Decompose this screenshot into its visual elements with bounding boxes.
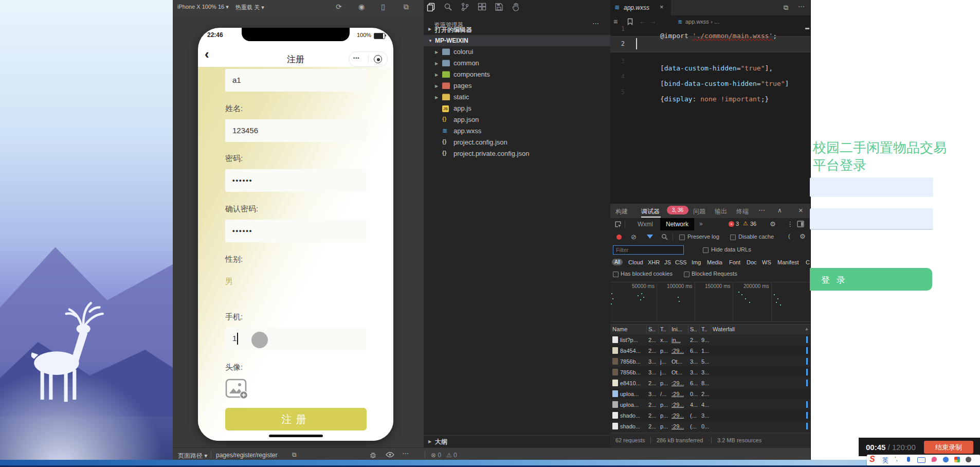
network-row[interactable]: uploa... 2... p... :29... 4... 4... xyxy=(610,399,810,410)
col-initiator[interactable]: Ini... xyxy=(672,326,682,332)
filter-input[interactable] xyxy=(613,245,684,255)
network-row[interactable]: shado... 2... p... :29... (... 0... xyxy=(610,421,810,432)
has-blocked-cookies-checkbox[interactable] xyxy=(613,272,619,277)
more-tabs-icon[interactable]: » xyxy=(699,220,703,227)
login-username-input[interactable] xyxy=(810,177,933,197)
robot-icon[interactable] xyxy=(943,457,949,462)
name-input[interactable]: 123456 xyxy=(225,119,367,142)
blocked-requests-checkbox[interactable] xyxy=(684,272,689,277)
skin-icon[interactable] xyxy=(932,457,937,462)
tree-item-components[interactable]: ▶ components xyxy=(424,69,610,80)
lang-mode-icon[interactable]: 英 xyxy=(882,456,888,465)
account-input[interactable]: a1 xyxy=(225,69,367,92)
request-initiator[interactable]: :29... xyxy=(672,412,684,419)
mic-icon[interactable] xyxy=(907,457,910,462)
login-button[interactable]: 登 录 xyxy=(810,268,932,291)
sort-up-icon[interactable]: ▲ xyxy=(805,327,809,331)
confirm-password-input[interactable]: •••••• xyxy=(225,220,367,242)
tab-app-wxss[interactable]: ≋ app.wxss × xyxy=(610,0,671,15)
tab-wxml[interactable]: Wxml xyxy=(638,221,653,228)
filter-funnel-icon[interactable] xyxy=(647,235,653,239)
split-editor-icon[interactable]: ⧉ xyxy=(784,4,788,12)
password-input[interactable]: •••••• xyxy=(225,169,367,192)
warning-count[interactable]: ⚠ 0 xyxy=(446,452,457,459)
compile-icon[interactable]: ◉ xyxy=(358,3,365,11)
panel-more-icon[interactable]: ⋯ xyxy=(758,206,765,214)
dock-layout-icon[interactable] xyxy=(797,221,804,227)
chip-xhr[interactable]: XHR xyxy=(648,259,660,265)
col-status[interactable]: S.. xyxy=(648,326,655,332)
editor-more-icon[interactable]: ⋯ xyxy=(798,3,805,10)
request-initiator[interactable]: in... xyxy=(672,337,681,343)
chip-css[interactable]: CSS xyxy=(675,259,687,265)
chip-ws[interactable]: WS xyxy=(762,259,771,265)
record-icon[interactable] xyxy=(616,235,622,240)
inspect-icon[interactable] xyxy=(614,221,622,228)
apps-grid-icon[interactable] xyxy=(954,457,960,462)
mobile-input[interactable]: 1 xyxy=(225,328,367,350)
more-icon[interactable]: ⋯ xyxy=(402,450,409,457)
network-row[interactable]: e8410... 2... p... :29... 6... 8... xyxy=(610,378,810,388)
throttling-select[interactable]: ( xyxy=(788,233,790,239)
network-row[interactable]: 7856b... 3... j... Ot... 3... 5... xyxy=(610,356,810,367)
chip-all[interactable]: All xyxy=(612,259,623,265)
tree-item-app-json[interactable]: {} app.json xyxy=(424,114,610,125)
git-branch-icon[interactable] xyxy=(461,3,469,11)
page-path-value[interactable]: pages/register/register xyxy=(216,452,277,459)
gender-picker[interactable]: 男 xyxy=(225,277,233,286)
request-initiator[interactable]: Ot... xyxy=(672,358,682,365)
network-row[interactable]: shado... 2... p... :29... (... 3... xyxy=(610,410,810,421)
copy-icon[interactable]: ⧉ xyxy=(292,451,297,458)
clear-icon[interactable]: ⊘ xyxy=(631,233,637,241)
request-initiator[interactable]: :29... xyxy=(672,348,684,354)
sogou-logo-icon[interactable]: S xyxy=(869,455,875,464)
col-name[interactable]: Name xyxy=(612,326,627,332)
chip-img[interactable]: Img xyxy=(692,259,701,265)
kebab-icon[interactable]: ⋮ xyxy=(787,220,793,228)
collapse-icon[interactable]: ∧ xyxy=(777,207,782,214)
request-initiator[interactable]: :29... xyxy=(672,423,684,429)
tab-problems[interactable]: 问题 xyxy=(693,207,705,216)
bug-icon[interactable] xyxy=(369,451,377,459)
tree-section-root[interactable]: ▼ MP-WEIXIN xyxy=(424,35,610,46)
warning-badge-icon[interactable]: ⚠ xyxy=(743,220,748,227)
tab-build[interactable]: 构建 xyxy=(615,207,628,216)
request-initiator[interactable]: :29... xyxy=(672,391,684,397)
refresh-icon[interactable]: ⟳ xyxy=(336,3,342,11)
eye-icon[interactable] xyxy=(386,452,394,458)
network-row[interactable]: uploa... 3... /... :29... 0... 2... xyxy=(610,388,810,399)
request-initiator[interactable]: :29... xyxy=(672,402,684,408)
settings-dark-icon[interactable] xyxy=(966,457,971,462)
stop-recording-button[interactable]: 结束录制 xyxy=(924,441,973,454)
hide-data-urls-checkbox[interactable] xyxy=(703,247,709,253)
device-selector[interactable]: iPhone X 100% 16 ▾ xyxy=(177,4,229,10)
tree-section-open-editors[interactable]: ▶ 打开的编辑器 xyxy=(424,24,610,35)
preserve-log-checkbox[interactable] xyxy=(679,235,685,240)
tree-item-project-config[interactable]: {} project.config.json xyxy=(424,137,610,148)
tab-debugger[interactable]: 调试器 xyxy=(641,207,660,216)
chip-other[interactable]: C xyxy=(806,259,810,265)
col-type[interactable]: T.. xyxy=(660,326,666,332)
search-icon[interactable] xyxy=(661,233,668,240)
network-row[interactable]: 7856b... 3... j... Ot... 3... 3... xyxy=(610,367,810,378)
extensions-icon[interactable] xyxy=(478,3,486,11)
error-count[interactable]: ⊗ 0 xyxy=(431,452,441,459)
hand-icon[interactable] xyxy=(512,3,520,11)
col-size[interactable]: S.. xyxy=(690,326,697,332)
chip-media[interactable]: Media xyxy=(707,259,722,265)
tree-item-app-wxss[interactable]: ≋ app.wxss xyxy=(424,125,610,137)
chip-cloud[interactable]: Cloud xyxy=(628,259,643,265)
tree-item-app-js[interactable]: JS app.js xyxy=(424,103,610,114)
tree-item-project-private-config[interactable]: {} project.private.config.json xyxy=(424,148,610,159)
chip-js[interactable]: JS xyxy=(664,259,671,265)
avatar-upload-icon[interactable] xyxy=(225,379,249,400)
col-waterfall[interactable]: Waterfall xyxy=(713,326,735,332)
punct-mode-icon[interactable]: ’, xyxy=(895,456,898,462)
hot-reload-toggle[interactable]: 热重载 关 ▾ xyxy=(235,4,264,11)
error-badge-icon[interactable]: × xyxy=(729,221,734,227)
col-time[interactable]: T.. xyxy=(701,326,707,332)
tree-item-colorui[interactable]: ▶ colorui xyxy=(424,46,610,58)
capsule-menu[interactable]: ••• xyxy=(349,51,388,67)
register-submit-button[interactable]: 注册 xyxy=(225,408,367,430)
tab-output[interactable]: 输出 xyxy=(715,207,727,216)
